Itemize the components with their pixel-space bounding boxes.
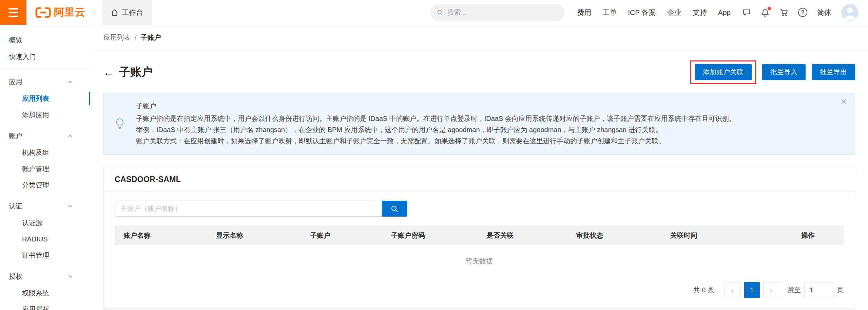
message-icon[interactable] — [742, 8, 751, 17]
breadcrumb-current: 子账户 — [141, 33, 161, 42]
aliyun-logo-icon — [35, 7, 51, 18]
sidebar-item-account-management[interactable]: 账户管理 — [0, 161, 90, 177]
next-page-button[interactable]: › — [763, 282, 779, 298]
jump-page-input[interactable] — [804, 282, 833, 298]
chevron-up-icon — [67, 204, 73, 209]
sidebar-group-label: 认证 — [9, 202, 22, 211]
column-header-linked: 是否关联 — [478, 231, 567, 240]
column-header-sub-account-password: 子账户密码 — [382, 231, 478, 240]
topbar-link-billing[interactable]: 费用 — [577, 8, 591, 17]
sidebar-group-authentication[interactable]: 认证 — [0, 198, 90, 215]
app-root: 阿里云 工作台 费用 工单 ICP 备案 企业 支持 App — [0, 0, 868, 310]
current-page-button[interactable]: 1 — [744, 282, 760, 298]
empty-state: 暂无数据 — [115, 245, 844, 277]
sidebar-item-category-management[interactable]: 分类管理 — [0, 177, 90, 193]
info-banner-line: 子账户指的是在指定应用系统中，用户会以什么身份进行访问。主账户指的是 IDaaS… — [136, 113, 833, 124]
add-account-link-button[interactable]: 添加账户关联 — [695, 64, 752, 80]
card-title: CASDOOR-SAML — [103, 167, 855, 192]
sidebar-item-auth-source[interactable]: 认证源 — [0, 215, 90, 231]
topbar-link-enterprise[interactable]: 企业 — [667, 8, 681, 17]
hamburger-menu-button[interactable] — [0, 0, 26, 25]
table-header-row: 账户名称 显示名称 子账户 子账户密码 是否关联 审批状态 关联时间 操作 — [115, 225, 844, 245]
info-banner-title: 子账户 — [136, 101, 833, 112]
card-body: 账户名称 显示名称 子账户 子账户密码 是否关联 审批状态 关联时间 操作 暂无… — [103, 192, 855, 308]
info-banner-text: 子账户 子账户指的是在指定应用系统中，用户会以什么身份进行访问。主账户指的是 I… — [136, 101, 833, 147]
table-search-button[interactable] — [382, 201, 407, 217]
sidebar-divider — [0, 69, 90, 69]
breadcrumb-separator: / — [135, 34, 137, 41]
sidebar-item-quickstart[interactable]: 快速入门 — [0, 49, 90, 65]
chevron-up-icon — [67, 133, 73, 139]
sidebar-item-app-authorization[interactable]: 应用授权 — [0, 301, 90, 310]
cart-icon[interactable] — [779, 8, 788, 17]
aliyun-logo[interactable]: 阿里云 — [35, 5, 85, 19]
content-body: ← 子账户 添加账户关联 批量导入 批量导出 — [90, 50, 868, 310]
topbar-link-icp[interactable]: ICP 备案 — [628, 8, 656, 17]
account-search-input[interactable] — [115, 201, 382, 217]
sidebar-group-label: 授权 — [9, 272, 22, 281]
locale-switcher[interactable]: 简体 — [817, 8, 831, 17]
batch-import-button[interactable]: 批量导入 — [762, 64, 806, 80]
hamburger-line — [8, 16, 18, 17]
search-icon — [437, 9, 443, 16]
column-header-display-name: 显示名称 — [207, 231, 301, 240]
user-avatar[interactable] — [841, 4, 859, 21]
batch-export-button[interactable]: 批量导出 — [812, 64, 855, 80]
sidebar-item-radius[interactable]: RADIUS — [0, 231, 90, 247]
chevron-up-icon — [67, 79, 73, 85]
sidebar-item-add-app[interactable]: 添加应用 — [0, 107, 90, 123]
close-icon[interactable]: × — [841, 96, 847, 107]
page-unit-label: 页 — [837, 286, 844, 295]
info-banner-line: 账户关联方式：在应用创建时，如果选择了账户映射，即默认主账户和子账户完全一致，无… — [136, 135, 833, 147]
help-icon[interactable]: ? — [798, 8, 807, 17]
topbar-link-tickets[interactable]: 工单 — [602, 8, 617, 17]
sidebar-group-authorization[interactable]: 授权 — [0, 268, 90, 285]
annotation-box: 添加账户关联 — [690, 60, 756, 84]
total-count: 共 0 条 — [693, 286, 714, 295]
topbar-icon-group: ? 简体 — [742, 4, 859, 21]
page-header: ← 子账户 添加账户关联 批量导入 批量导出 — [103, 60, 855, 84]
aliyun-logo-text: 阿里云 — [54, 5, 85, 19]
lightbulb-icon — [103, 101, 136, 147]
notification-bell-icon[interactable] — [761, 8, 770, 17]
sidebar-item-app-list[interactable]: 应用列表 — [0, 90, 90, 107]
sidebar-group-application[interactable]: 应用 — [0, 74, 90, 90]
topbar-links: 费用 工单 ICP 备案 企业 支持 App — [577, 8, 731, 17]
jump-label: 跳至 — [787, 286, 801, 295]
accounts-table: 账户名称 显示名称 子账户 子账户密码 是否关联 审批状态 关联时间 操作 暂无… — [115, 225, 844, 277]
prev-page-button[interactable]: ‹ — [725, 282, 740, 298]
topbar-link-app[interactable]: App — [718, 8, 731, 17]
column-header-account-name: 账户名称 — [115, 231, 207, 240]
home-icon — [111, 9, 118, 16]
main-layout: 概览 快速入门 应用 应用列表 添加应用 账户 机构及组 账户管理 分类管理 认… — [0, 25, 868, 310]
topbar-search-input[interactable] — [447, 8, 559, 17]
workbench-button[interactable]: 工作台 — [102, 0, 152, 25]
page-actions: 添加账户关联 批量导入 批量导出 — [690, 60, 855, 84]
table-search-bar — [115, 201, 844, 217]
topbar-link-support[interactable]: 支持 — [693, 8, 707, 17]
topbar: 阿里云 工作台 费用 工单 ICP 备案 企业 支持 App — [0, 0, 868, 25]
workbench-label: 工作台 — [122, 8, 143, 17]
column-header-actions: 操作 — [772, 231, 844, 240]
hamburger-line — [8, 8, 18, 10]
hamburger-line — [8, 12, 18, 13]
sidebar-group-label: 应用 — [9, 77, 22, 87]
info-banner-line: 举例：IDaaS 中有主账户 张三（用户名 zhangsan），在企业的 BPM… — [136, 124, 833, 135]
search-icon — [390, 205, 399, 213]
column-header-link-time: 关联时间 — [661, 231, 772, 240]
topbar-divider — [94, 8, 94, 17]
sidebar-group-label: 账户 — [9, 131, 22, 141]
content: 应用列表 / 子账户 ← 子账户 添加账户关联 批量导入 批量导出 — [90, 25, 868, 310]
sidebar-item-overview[interactable]: 概览 — [0, 32, 90, 49]
sidebar-item-permission-system[interactable]: 权限系统 — [0, 285, 90, 301]
sidebar-item-cert-management[interactable]: 证书管理 — [0, 247, 90, 263]
breadcrumb-parent[interactable]: 应用列表 — [103, 33, 131, 42]
back-arrow-icon[interactable]: ← — [103, 67, 114, 78]
breadcrumb: 应用列表 / 子账户 — [90, 25, 868, 50]
topbar-search[interactable] — [430, 4, 565, 21]
sidebar-item-org-groups[interactable]: 机构及组 — [0, 144, 90, 161]
column-header-approval-status: 审批状态 — [567, 231, 661, 240]
app-sub-account-card: CASDOOR-SAML 账户名称 — [103, 167, 855, 309]
sidebar: 概览 快速入门 应用 应用列表 添加应用 账户 机构及组 账户管理 分类管理 认… — [0, 25, 90, 310]
sidebar-group-account[interactable]: 账户 — [0, 128, 90, 144]
